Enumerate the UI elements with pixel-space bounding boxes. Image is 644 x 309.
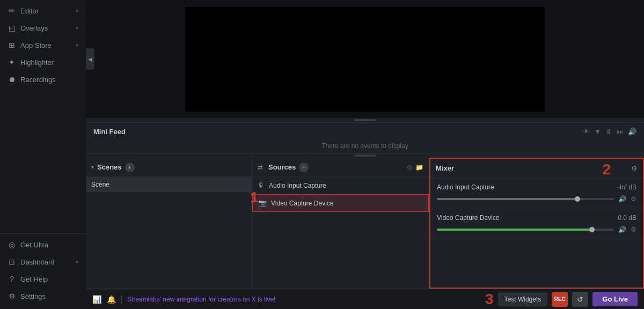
channel-settings-icon[interactable]: ⚙ (631, 195, 636, 203)
sources-title: Sources (268, 163, 296, 171)
sidebar-nav: ✏ Editor ▾ ◱ Overlays ▾ ⊞ App Store ▾ ✦ … (0, 0, 86, 231)
video-capture-icon: 📷 (258, 199, 267, 207)
status-actions: 3 Test Widgets REC ↺ Go Live (485, 291, 638, 308)
mixer-channel-header: Audio Input Capture -Inf dB (437, 183, 636, 191)
sources-arrange-icon: ⇄ (258, 164, 263, 171)
mini-feed-empty: There are no events to display (86, 140, 644, 153)
alert-icon[interactable]: 🔔 (107, 295, 116, 304)
drag-handle-bar (354, 119, 376, 121)
volume-icon[interactable]: 🔊 (628, 128, 636, 136)
resize-handle-2[interactable] (86, 153, 644, 158)
pause-icon[interactable]: ⏸ (605, 128, 612, 136)
sidebar-item-settings[interactable]: ⚙ Settings (0, 288, 86, 305)
filter-icon[interactable]: ▼ (594, 128, 601, 136)
editor-icon: ✏ (8, 6, 16, 15)
mixer-slider-audio[interactable] (437, 198, 614, 200)
rec-button[interactable]: REC (552, 292, 568, 307)
sidebar-item-get-help[interactable]: ? Get Help (0, 270, 86, 288)
mini-feed-header: Mini Feed 👁 ▼ ⏸ ⏭ 🔊 (86, 123, 644, 140)
sources-add-button[interactable]: + (299, 163, 309, 172)
annotation-3: 3 (485, 291, 494, 308)
mixer-slider-thumb-2 (589, 227, 595, 232)
chevron-down-icon: ▾ (76, 42, 78, 48)
resize-handle[interactable] (86, 118, 644, 122)
bottom-panels: ▾ Scenes + Scene ⇄ Sources + ⊙ 📁 (86, 158, 644, 289)
mixer-panel: Mixer 2 ⚙ Audio Input Capture -Inf dB (429, 158, 644, 289)
preview-area: ◀ (86, 0, 644, 118)
go-live-button[interactable]: Go Live (592, 292, 638, 306)
chevron-down-icon: ▾ (76, 8, 78, 14)
scene-item[interactable]: Scene (86, 177, 252, 193)
drag-handle-bar-2 (354, 154, 376, 157)
sidebar-item-label: Overlays (20, 24, 71, 32)
sidebar-item-overlays[interactable]: ◱ Overlays ▾ (0, 19, 86, 36)
collapse-sidebar-button[interactable]: ◀ (86, 48, 94, 70)
mixer-channel-audio: Audio Input Capture -Inf dB 🔊 ⚙ (430, 178, 643, 209)
sidebar-item-label: Dashboard (20, 258, 71, 266)
source-item-label: Video Capture Device (271, 200, 334, 207)
mixer-slider-fill (437, 198, 579, 200)
appstore-icon: ⊞ (8, 41, 16, 49)
mini-feed-icons: 👁 ▼ ⏸ ⏭ 🔊 (583, 128, 636, 136)
scenes-add-button[interactable]: + (125, 163, 135, 172)
sidebar-item-get-ultra[interactable]: ◎ Get Ultra (0, 236, 86, 253)
mixer-settings-icon[interactable]: ⚙ (631, 164, 638, 172)
sidebar-bottom: ◎ Get Ultra ⊡ Dashboard ▾ ? Get Help ⚙ S… (0, 236, 86, 309)
sidebar-item-label: App Store (20, 41, 71, 49)
scenes-header: ▾ Scenes + (86, 158, 252, 177)
sidebar-item-label: Get Ultra (20, 241, 78, 249)
overlays-icon: ◱ (8, 24, 16, 32)
stats-icon[interactable]: 📊 (92, 295, 101, 304)
status-message: Streamlabs' new integration for creators… (127, 296, 480, 303)
mixer-channel-name-2: Video Capture Device (437, 214, 500, 222)
visibility-icon[interactable]: 👁 (583, 128, 590, 136)
sidebar-item-dashboard[interactable]: ⊡ Dashboard ▾ (0, 253, 86, 270)
status-divider (121, 295, 122, 304)
sidebar: ✏ Editor ▾ ◱ Overlays ▾ ⊞ App Store ▾ ✦ … (0, 0, 86, 309)
mixer-header: Mixer 2 ⚙ (430, 159, 643, 178)
sidebar-item-editor[interactable]: ✏ Editor ▾ (0, 2, 86, 19)
mini-feed-title: Mini Feed (93, 128, 579, 136)
sidebar-item-label: Editor (20, 7, 71, 15)
test-widgets-button[interactable]: Test Widgets (498, 292, 548, 306)
skip-icon[interactable]: ⏭ (617, 128, 624, 136)
sidebar-item-highlighter[interactable]: ✦ Highlighter (0, 54, 86, 71)
mute-icon[interactable]: 🔊 (618, 195, 626, 203)
sources-panel: ⇄ Sources + ⊙ 📁 🎙 Audio Input Capture 📷 … (252, 158, 429, 289)
mixer-slider-video[interactable] (437, 229, 614, 231)
preview-screen (185, 7, 545, 112)
sources-folder-icon[interactable]: 📁 (415, 164, 423, 171)
recordings-icon: ⏺ (8, 75, 16, 84)
sidebar-item-label: Get Help (20, 275, 78, 283)
sidebar-item-label: Highlighter (20, 58, 78, 67)
mixer-channel-db-2: 0.0 dB (618, 214, 636, 222)
mute-icon-2[interactable]: 🔊 (618, 226, 626, 233)
source-item-audio[interactable]: 🎙 Audio Input Capture (252, 177, 429, 194)
settings-icon: ⚙ (8, 292, 16, 300)
sidebar-item-appstore[interactable]: ⊞ App Store ▾ (0, 36, 86, 54)
dashboard-icon: ⊡ (8, 258, 16, 266)
scenes-chevron-icon: ▾ (91, 164, 94, 170)
main-content: ◀ Mini Feed 👁 ▼ ⏸ ⏭ 🔊 There are no event… (86, 0, 644, 309)
sources-capture-icon[interactable]: ⊙ (407, 164, 412, 171)
source-item-label: Audio Input Capture (269, 182, 326, 189)
mixer-title: Mixer (436, 164, 631, 172)
mixer-slider-fill-2 (437, 229, 592, 231)
mixer-channel-db: -Inf dB (618, 183, 636, 191)
mixer-slider-thumb (575, 196, 580, 202)
audio-capture-icon: 🎙 (258, 181, 265, 189)
sources-header-icons: ⊙ 📁 (407, 164, 423, 171)
channel-settings-icon-2[interactable]: ⚙ (631, 226, 636, 233)
sidebar-item-recordings[interactable]: ⏺ Recordings (0, 71, 86, 88)
mixer-slider-row-2: 🔊 ⚙ (437, 226, 636, 233)
highlighter-icon: ✦ (8, 58, 16, 67)
mixer-channel-header-2: Video Capture Device 0.0 dB (437, 214, 636, 222)
mixer-channel-video: Video Capture Device 0.0 dB 🔊 ⚙ (430, 209, 643, 239)
ultra-icon: ◎ (8, 240, 16, 249)
sidebar-item-label: Recordings (20, 76, 78, 84)
reload-button[interactable]: ↺ (572, 292, 588, 307)
source-item-video[interactable]: 📷 Video Capture Device (252, 194, 429, 212)
sources-header: ⇄ Sources + ⊙ 📁 (252, 158, 429, 177)
mixer-channel-name: Audio Input Capture (437, 183, 494, 191)
scenes-title: Scenes (97, 163, 122, 171)
